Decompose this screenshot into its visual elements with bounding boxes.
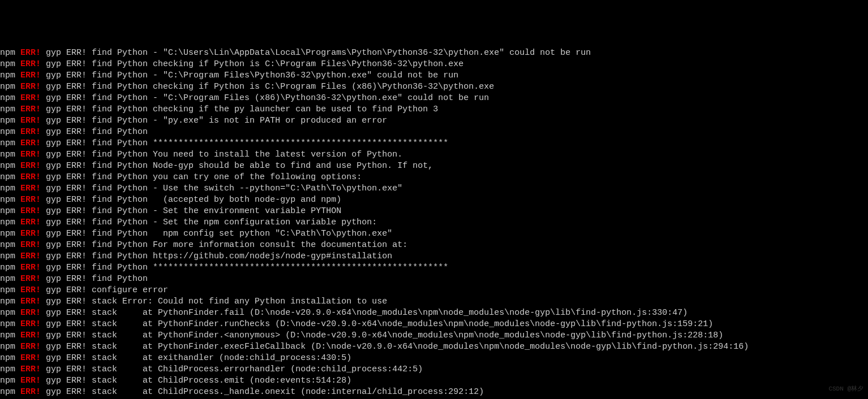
- npm-prefix: npm: [0, 274, 15, 284]
- log-text: gyp ERR! find Python For more informatio…: [46, 240, 407, 250]
- npm-prefix: npm: [0, 353, 15, 363]
- terminal-line: npm ERR! gyp ERR! find Python Node-gyp s…: [0, 161, 868, 172]
- terminal-line: npm ERR! gyp ERR! find Python you can tr…: [0, 172, 868, 183]
- npm-prefix: npm: [0, 48, 15, 58]
- err-tag: ERR!: [20, 308, 41, 318]
- terminal-line: npm ERR! gyp ERR! find Python checking i…: [0, 81, 868, 93]
- log-text: gyp ERR! stack Error: Could not find any…: [46, 297, 387, 306]
- err-tag: ERR!: [20, 161, 41, 171]
- log-text: gyp ERR! stack at ChildProcess.emit (nod…: [46, 376, 351, 385]
- npm-prefix: npm: [0, 376, 15, 385]
- terminal-line: npm ERR! gyp ERR! find Python - Use the …: [0, 183, 868, 194]
- npm-prefix: npm: [0, 342, 15, 352]
- log-text: gyp ERR! find Python - Set the environme…: [46, 206, 341, 216]
- log-text: gyp ERR! find Python: [46, 274, 148, 284]
- log-text: gyp ERR! find Python https://github.com/…: [46, 251, 392, 261]
- log-text: gyp ERR! stack at exithandler (node:chil…: [46, 353, 351, 363]
- log-text: gyp ERR! find Python - "C:\Users\Lin\App…: [46, 48, 591, 58]
- err-tag: ERR!: [20, 376, 41, 385]
- err-tag: ERR!: [20, 353, 41, 363]
- terminal-line: npm ERR! gyp ERR! find Python - Set the …: [0, 217, 868, 228]
- terminal-line: npm ERR! gyp ERR! stack at ChildProcess.…: [0, 387, 868, 398]
- terminal-line: npm ERR! gyp ERR! find Python npm config…: [0, 228, 868, 240]
- terminal-line: npm ERR! gyp ERR! stack at ChildProcess.…: [0, 364, 868, 375]
- npm-prefix: npm: [0, 105, 15, 114]
- npm-prefix: npm: [0, 71, 15, 80]
- terminal-line: npm ERR! gyp ERR! configure error: [0, 285, 868, 296]
- npm-prefix: npm: [0, 150, 15, 159]
- terminal-line: npm ERR! gyp ERR! find Python - "C:\Prog…: [0, 70, 868, 81]
- terminal-line: npm ERR! gyp ERR! stack at PythonFinder.…: [0, 330, 868, 341]
- log-text: gyp ERR! find Python checking if Python …: [46, 59, 463, 69]
- log-text: gyp ERR! find Python: [46, 127, 148, 137]
- log-text: gyp ERR! find Python - Set the npm confi…: [46, 218, 377, 227]
- log-text: gyp ERR! find Python - "py.exe" is not i…: [46, 116, 387, 125]
- log-text: gyp ERR! find Python you can try one of …: [46, 172, 362, 182]
- log-text: gyp ERR! configure error: [46, 285, 168, 295]
- npm-prefix: npm: [0, 240, 15, 250]
- log-text: gyp ERR! find Python - Use the switch --…: [46, 184, 402, 193]
- err-tag: ERR!: [20, 82, 41, 92]
- terminal-line: npm ERR! gyp ERR! find Python: [0, 274, 868, 285]
- err-tag: ERR!: [20, 285, 41, 295]
- terminal-line: npm ERR! gyp ERR! find Python - Set the …: [0, 206, 868, 217]
- log-text: gyp ERR! stack at PythonFinder.fail (D:\…: [46, 308, 687, 318]
- err-tag: ERR!: [20, 59, 41, 69]
- err-tag: ERR!: [20, 240, 41, 250]
- err-tag: ERR!: [20, 342, 41, 352]
- log-text: gyp ERR! stack at PythonFinder.<anonymou…: [46, 331, 723, 340]
- log-text: gyp ERR! find Python - "C:\Program Files…: [46, 71, 458, 80]
- npm-prefix: npm: [0, 263, 15, 272]
- err-tag: ERR!: [20, 319, 41, 329]
- log-text: gyp ERR! stack at PythonFinder.runChecks…: [46, 319, 713, 329]
- err-tag: ERR!: [20, 195, 41, 205]
- watermark-text: CSDN @林夕: [828, 383, 863, 394]
- err-tag: ERR!: [20, 116, 41, 125]
- npm-prefix: npm: [0, 331, 15, 340]
- npm-prefix: npm: [0, 365, 15, 374]
- err-tag: ERR!: [20, 218, 41, 227]
- log-text: gyp ERR! find Python - "C:\Program Files…: [46, 93, 489, 103]
- terminal-line: npm ERR! gyp ERR! stack Error: Could not…: [0, 296, 868, 307]
- err-tag: ERR!: [20, 365, 41, 374]
- npm-prefix: npm: [0, 161, 15, 171]
- log-text: gyp ERR! stack at PythonFinder.execFileC…: [46, 342, 749, 352]
- err-tag: ERR!: [20, 150, 41, 159]
- err-tag: ERR!: [20, 184, 41, 193]
- npm-prefix: npm: [0, 218, 15, 227]
- err-tag: ERR!: [20, 127, 41, 137]
- npm-prefix: npm: [0, 172, 15, 182]
- err-tag: ERR!: [20, 229, 41, 238]
- npm-prefix: npm: [0, 308, 15, 318]
- err-tag: ERR!: [20, 105, 41, 114]
- npm-prefix: npm: [0, 59, 15, 69]
- terminal-line: npm ERR! gyp ERR! find Python (accepted …: [0, 194, 868, 206]
- err-tag: ERR!: [20, 48, 41, 58]
- err-tag: ERR!: [20, 93, 41, 103]
- terminal-line: npm ERR! gyp ERR! stack at PythonFinder.…: [0, 307, 868, 319]
- npm-prefix: npm: [0, 127, 15, 137]
- err-tag: ERR!: [20, 206, 41, 216]
- npm-prefix: npm: [0, 195, 15, 205]
- log-text: gyp ERR! find Python Node-gyp should be …: [46, 161, 433, 171]
- err-tag: ERR!: [20, 387, 41, 397]
- terminal-line: npm ERR! gyp ERR! find Python - "C:\User…: [0, 47, 868, 59]
- err-tag: ERR!: [20, 274, 41, 284]
- err-tag: ERR!: [20, 263, 41, 272]
- terminal-line: npm ERR! gyp ERR! find Python **********…: [0, 262, 868, 274]
- npm-prefix: npm: [0, 297, 15, 306]
- log-text: gyp ERR! stack at ChildProcess.errorhand…: [46, 365, 423, 374]
- npm-prefix: npm: [0, 285, 15, 295]
- log-text: gyp ERR! find Python npm config set pyth…: [46, 229, 392, 238]
- log-text: gyp ERR! find Python *******************…: [46, 263, 448, 272]
- npm-prefix: npm: [0, 82, 15, 92]
- log-text: gyp ERR! find Python You need to install…: [46, 150, 402, 159]
- log-text: gyp ERR! stack at ChildProcess._handle.o…: [46, 387, 484, 397]
- npm-prefix: npm: [0, 184, 15, 193]
- terminal-line: npm ERR! gyp ERR! find Python checking i…: [0, 104, 868, 115]
- terminal-line: npm ERR! gyp ERR! stack at exithandler (…: [0, 353, 868, 364]
- log-text: gyp ERR! find Python checking if the py …: [46, 105, 438, 114]
- npm-prefix: npm: [0, 116, 15, 125]
- npm-prefix: npm: [0, 206, 15, 216]
- terminal-output[interactable]: npm ERR! gyp ERR! find Python - "C:\User…: [0, 47, 868, 399]
